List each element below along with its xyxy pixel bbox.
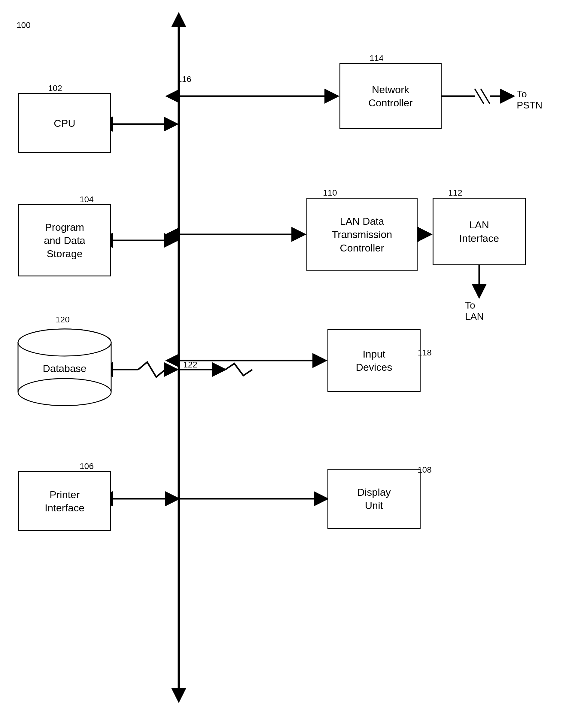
cpu-label: CPU (54, 116, 75, 130)
ref-122: 122 (183, 360, 197, 369)
ref-120: 120 (56, 315, 70, 324)
svg-point-30 (18, 329, 111, 356)
printer-interface-label: PrinterInterface (45, 488, 84, 514)
diagram-container: bus: bidirectional arrow --> bus (center… (0, 0, 581, 728)
lan-data-tx-box: LAN DataTransmissionController (307, 198, 418, 271)
cpu-box: CPU (18, 93, 111, 153)
svg-marker-7 (171, 688, 186, 703)
svg-text:Database: Database (43, 363, 86, 374)
ref-106: 106 (80, 462, 94, 471)
to-pstn-label: ToPSTN (517, 88, 542, 111)
svg-marker-6 (171, 12, 186, 27)
svg-point-29 (18, 379, 111, 406)
input-devices-box: InputDevices (327, 329, 421, 392)
ref-114: 114 (370, 53, 384, 63)
program-data-storage-box: Programand DataStorage (18, 204, 111, 277)
ref-102: 102 (48, 83, 62, 93)
ref-110: 110 (323, 188, 337, 198)
display-unit-label: DisplayUnit (357, 486, 391, 512)
lan-interface-box: LANInterface (432, 198, 526, 265)
lan-interface-label: LANInterface (459, 218, 499, 244)
database-svg: Database (15, 324, 114, 409)
lan-data-tx-label: LAN DataTransmissionController (332, 214, 392, 255)
network-controller-box: NetworkController (340, 63, 442, 129)
network-controller-label: NetworkController (368, 83, 413, 109)
printer-interface-box: PrinterInterface (18, 471, 111, 531)
ref-100: 100 (17, 21, 31, 30)
ref-116: 116 (177, 75, 191, 84)
to-lan-label: ToLAN (465, 300, 484, 322)
ref-112: 112 (448, 188, 463, 198)
ref-118: 118 (418, 348, 432, 358)
ref-108: 108 (418, 465, 432, 475)
ref-104: 104 (80, 195, 94, 204)
program-data-storage-label: Programand DataStorage (44, 220, 85, 260)
display-unit-box: DisplayUnit (327, 469, 421, 529)
input-devices-label: InputDevices (356, 347, 392, 374)
